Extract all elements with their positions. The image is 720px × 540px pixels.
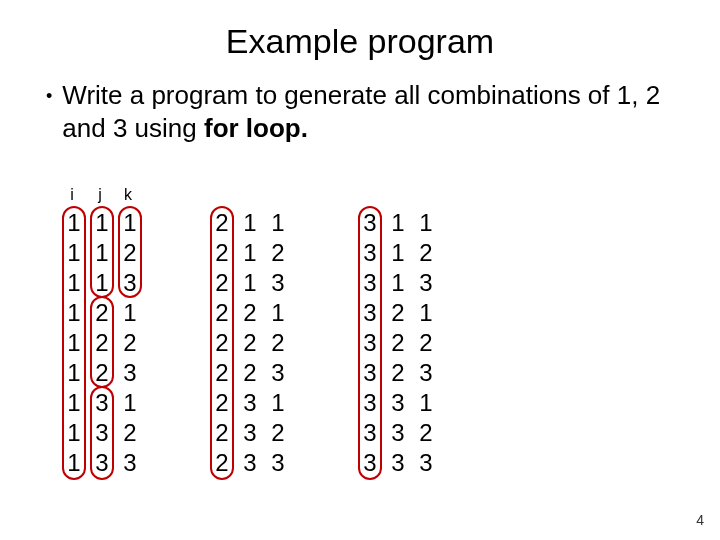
cell: 3 — [88, 448, 116, 478]
cell: 3 — [356, 208, 384, 238]
cell: 2 — [208, 208, 236, 238]
cell: 2 — [208, 358, 236, 388]
cell: 1 — [60, 208, 88, 238]
cell: 1 — [60, 448, 88, 478]
cell: 3 — [264, 358, 292, 388]
col-i: 3 3 3 3 3 3 3 3 3 — [356, 208, 384, 478]
bullet-item: • Write a program to generate all combin… — [0, 79, 720, 160]
col-j: 1 1 1 2 2 2 3 3 3 — [236, 208, 264, 478]
column-headers: i j k — [58, 186, 142, 204]
col-i: 1 1 1 1 1 1 1 1 1 — [60, 208, 88, 478]
cell: 1 — [60, 328, 88, 358]
cell: 2 — [208, 328, 236, 358]
cell: 1 — [384, 238, 412, 268]
bullet-text-bold: for loop. — [204, 113, 308, 143]
block-1: 1 1 1 1 1 1 1 1 1 1 1 1 2 2 2 3 3 3 1 2 … — [60, 208, 144, 478]
cell: 2 — [208, 388, 236, 418]
cell: 1 — [236, 208, 264, 238]
bullet-dot: • — [46, 79, 62, 146]
cell: 3 — [236, 448, 264, 478]
cell: 3 — [356, 448, 384, 478]
col-j: 1 1 1 2 2 2 3 3 3 — [384, 208, 412, 478]
cell: 1 — [384, 268, 412, 298]
col-k: 1 2 3 1 2 3 1 2 3 — [116, 208, 144, 478]
cell: 1 — [60, 238, 88, 268]
cell: 1 — [264, 208, 292, 238]
page-number: 4 — [696, 512, 704, 528]
cell: 3 — [412, 358, 440, 388]
cell: 2 — [236, 328, 264, 358]
cell: 1 — [236, 268, 264, 298]
bullet-text: Write a program to generate all combinat… — [62, 79, 682, 146]
cell: 3 — [384, 418, 412, 448]
col-k: 1 2 3 1 2 3 1 2 3 — [412, 208, 440, 478]
page-title: Example program — [0, 0, 720, 79]
header-i: i — [58, 186, 86, 204]
cell: 2 — [264, 328, 292, 358]
cell: 3 — [412, 268, 440, 298]
cell: 2 — [412, 238, 440, 268]
cell: 3 — [116, 448, 144, 478]
cell: 1 — [60, 358, 88, 388]
cell: 2 — [384, 328, 412, 358]
bullet-text-part1: Write a program to generate all combinat… — [62, 80, 660, 143]
cell: 1 — [384, 208, 412, 238]
cell: 1 — [264, 298, 292, 328]
header-k: k — [114, 186, 142, 204]
cell: 3 — [236, 388, 264, 418]
cell: 3 — [412, 448, 440, 478]
cell: 2 — [264, 418, 292, 448]
cell: 2 — [88, 328, 116, 358]
col-k: 1 2 3 1 2 3 1 2 3 — [264, 208, 292, 478]
cell: 2 — [116, 238, 144, 268]
cell: 3 — [264, 448, 292, 478]
cell: 3 — [88, 418, 116, 448]
cell: 2 — [236, 298, 264, 328]
cell: 1 — [236, 238, 264, 268]
cell: 2 — [208, 238, 236, 268]
cell: 2 — [88, 358, 116, 388]
block-3: 3 3 3 3 3 3 3 3 3 1 1 1 2 2 2 3 3 3 1 2 … — [356, 208, 440, 478]
cell: 3 — [384, 448, 412, 478]
col-i: 2 2 2 2 2 2 2 2 2 — [208, 208, 236, 478]
cell: 2 — [236, 358, 264, 388]
cell: 3 — [356, 418, 384, 448]
cell: 2 — [384, 358, 412, 388]
data-blocks: 1 1 1 1 1 1 1 1 1 1 1 1 2 2 2 3 3 3 1 2 … — [60, 208, 440, 478]
cell: 3 — [88, 388, 116, 418]
cell: 3 — [356, 388, 384, 418]
cell: 1 — [116, 208, 144, 238]
cell: 1 — [60, 388, 88, 418]
cell: 3 — [236, 418, 264, 448]
cell: 1 — [116, 388, 144, 418]
cell: 1 — [60, 268, 88, 298]
cell: 3 — [356, 328, 384, 358]
cell: 1 — [88, 238, 116, 268]
cell: 3 — [356, 268, 384, 298]
cell: 1 — [88, 208, 116, 238]
cell: 1 — [412, 388, 440, 418]
cell: 2 — [208, 418, 236, 448]
cell: 2 — [412, 328, 440, 358]
cell: 1 — [60, 298, 88, 328]
cell: 3 — [356, 358, 384, 388]
cell: 1 — [60, 418, 88, 448]
cell: 2 — [116, 328, 144, 358]
block-2: 2 2 2 2 2 2 2 2 2 1 1 1 2 2 2 3 3 3 1 2 … — [208, 208, 292, 478]
cell: 2 — [208, 448, 236, 478]
cell: 3 — [356, 238, 384, 268]
cell: 3 — [116, 358, 144, 388]
cell: 3 — [384, 388, 412, 418]
cell: 1 — [412, 298, 440, 328]
cell: 1 — [88, 268, 116, 298]
cell: 2 — [116, 418, 144, 448]
cell: 1 — [116, 298, 144, 328]
cell: 3 — [264, 268, 292, 298]
col-j: 1 1 1 2 2 2 3 3 3 — [88, 208, 116, 478]
cell: 2 — [88, 298, 116, 328]
cell: 3 — [116, 268, 144, 298]
cell: 2 — [384, 298, 412, 328]
cell: 2 — [412, 418, 440, 448]
cell: 2 — [264, 238, 292, 268]
cell: 2 — [208, 268, 236, 298]
